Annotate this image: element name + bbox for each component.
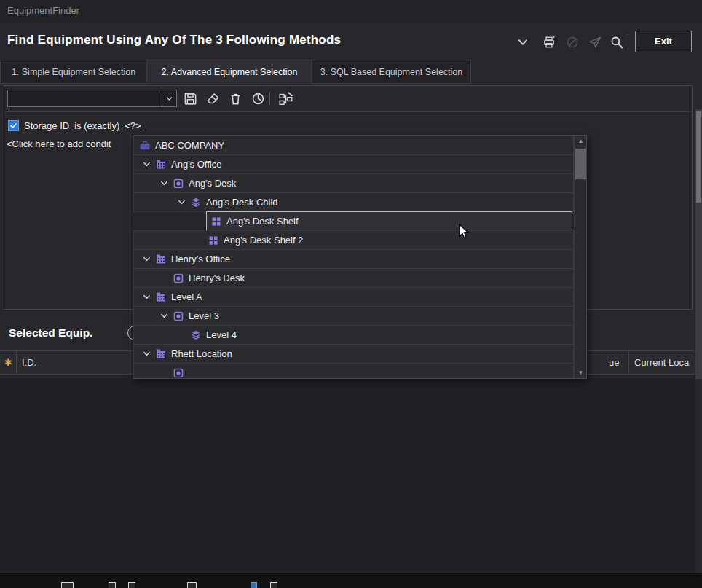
condition-checkbox[interactable] xyxy=(8,120,19,131)
condition-row: Storage ID is (exactly) <?> xyxy=(8,118,146,133)
expander-slot xyxy=(173,329,189,341)
window-fragment xyxy=(109,582,116,588)
shelf-grid-icon xyxy=(207,234,219,246)
location-tree: ABC COMPANY Ang's Office Ang's Desk Ang'… xyxy=(133,136,574,378)
add-condition-hint[interactable]: <Click here to add condit xyxy=(7,138,111,149)
building-icon xyxy=(154,158,167,170)
tab-bar: 1. Simple Equipment Selection 2. Advance… xyxy=(0,60,702,84)
tree-item-clipped[interactable] xyxy=(133,363,574,378)
briefcase-icon xyxy=(138,139,151,152)
chevron-down-icon[interactable] xyxy=(138,348,154,360)
save-icon[interactable] xyxy=(181,90,199,107)
desk-icon xyxy=(172,272,184,284)
tree-item-abc-company[interactable]: ABC COMPANY xyxy=(133,136,574,155)
expander-slot xyxy=(156,367,172,379)
exit-button[interactable]: Exit xyxy=(635,31,692,52)
expander-slot xyxy=(191,235,207,246)
scrollbar-up-icon[interactable]: ▲ xyxy=(575,136,587,146)
condition-field-link[interactable]: Storage ID xyxy=(24,120,69,131)
equipment-grid-body[interactable] xyxy=(0,375,695,573)
grid-column-divider xyxy=(16,351,17,375)
title-bar: EquipmentFinder xyxy=(0,0,702,23)
chevron-down-icon[interactable] xyxy=(138,291,154,303)
tree-item-angs-desk[interactable]: Ang's Desk xyxy=(133,173,574,193)
tree-item-angs-office[interactable]: Ang's Office xyxy=(133,154,574,174)
tree-item-level-3[interactable]: Level 3 xyxy=(133,306,574,326)
window-title: EquipmentFinder xyxy=(7,5,79,16)
tree-item-angs-desk-shelf[interactable]: Ang's Desk Shelf xyxy=(206,211,572,231)
column-header-value[interactable]: ue xyxy=(609,351,619,375)
toolbar-separator xyxy=(269,92,270,105)
expander-slot xyxy=(156,273,172,284)
grid-column-divider xyxy=(628,351,629,375)
chevron-down-icon[interactable] xyxy=(173,197,189,208)
building-icon xyxy=(154,253,167,265)
popup-scrollbar-thumb[interactable] xyxy=(575,149,586,179)
window-fragment xyxy=(187,582,197,588)
chevron-down-icon[interactable] xyxy=(156,310,172,322)
desk-icon xyxy=(172,177,184,189)
desk-icon xyxy=(172,366,184,378)
window-fragment xyxy=(61,582,74,588)
layers-icon xyxy=(189,196,202,208)
header-separator xyxy=(628,34,628,50)
preset-combobox[interactable] xyxy=(7,90,177,107)
condition-value-link[interactable]: <?> xyxy=(125,120,141,131)
bottom-strip xyxy=(0,573,702,588)
scrollbar-thumb[interactable] xyxy=(696,111,701,203)
tree-item-angs-desk-child[interactable]: Ang's Desk Child xyxy=(133,192,574,212)
window-fragment xyxy=(251,582,257,588)
main-vertical-scrollbar[interactable] xyxy=(695,109,702,379)
tab-simple-equipment-selection[interactable]: 1. Simple Equipment Selection xyxy=(0,60,147,84)
shelf-grid-icon xyxy=(210,215,222,227)
combobox-dropdown-icon[interactable] xyxy=(162,90,176,106)
tree-item-level-4[interactable]: Level 4 xyxy=(133,325,574,345)
search-icon[interactable] xyxy=(609,34,625,50)
column-header-current-location[interactable]: Current Loca xyxy=(634,351,689,375)
condition-operator-link[interactable]: is (exactly) xyxy=(74,120,119,131)
equipment-finder-window: EquipmentFinder Find Equipment Using Any… xyxy=(0,0,702,588)
tree-item-level-a[interactable]: Level A xyxy=(133,287,574,307)
toolbar-divider xyxy=(4,111,692,112)
history-icon[interactable] xyxy=(249,90,267,107)
tree-item-rhett-location[interactable]: Rhett Location xyxy=(133,344,574,364)
column-header-id[interactable]: I.D. xyxy=(22,351,36,375)
chevron-down-icon[interactable] xyxy=(515,34,531,50)
tab-sql-equipment-selection[interactable]: 3. SQL Based Equipment Selection xyxy=(312,60,471,84)
hierarchy-edit-icon[interactable] xyxy=(277,90,294,107)
layers-icon xyxy=(189,329,202,341)
send-icon[interactable] xyxy=(587,34,603,50)
building-icon xyxy=(154,291,167,303)
printer-icon[interactable] xyxy=(541,34,557,50)
selected-equip-title: Selected Equip. xyxy=(9,326,92,340)
popup-vertical-scrollbar[interactable]: ▲ ▼ xyxy=(574,136,586,378)
chevron-down-icon[interactable] xyxy=(156,178,172,189)
tree-item-henrys-office[interactable]: Henry's Office xyxy=(133,249,574,269)
eraser-icon[interactable] xyxy=(204,90,221,107)
tab-advanced-equipment-selection[interactable]: 2. Advanced Equipment Selection xyxy=(147,60,312,84)
scrollbar-down-icon[interactable]: ▼ xyxy=(575,367,587,378)
chevron-down-icon[interactable] xyxy=(138,159,154,170)
preset-combobox-value[interactable] xyxy=(8,90,162,106)
trash-icon[interactable] xyxy=(226,90,244,107)
window-fragment xyxy=(128,582,135,588)
window-fragment xyxy=(270,582,277,588)
building-icon xyxy=(154,348,167,360)
tree-item-henrys-desk[interactable]: Henry's Desk xyxy=(133,268,574,288)
location-tree-popup: ABC COMPANY Ang's Office Ang's Desk Ang'… xyxy=(133,135,587,379)
page-title: Find Equipment Using Any Of The 3 Follow… xyxy=(7,33,341,47)
tree-item-angs-desk-shelf-2[interactable]: Ang's Desk Shelf 2 xyxy=(133,230,574,250)
sync-disabled-icon xyxy=(564,34,580,50)
required-asterisk-icon: ✱ xyxy=(4,357,12,368)
chevron-down-icon[interactable] xyxy=(138,254,154,265)
desk-icon xyxy=(172,310,184,322)
